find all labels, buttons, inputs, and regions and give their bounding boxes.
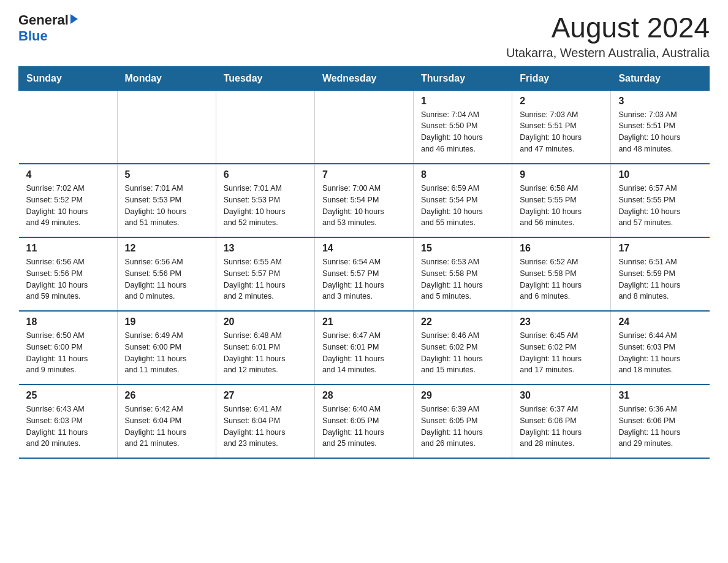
day-info: Sunrise: 7:00 AM Sunset: 5:54 PM Dayligh… [322, 183, 406, 229]
day-number: 6 [224, 169, 307, 180]
day-number: 30 [520, 390, 603, 401]
day-number: 22 [421, 316, 504, 327]
day-number: 15 [421, 243, 504, 254]
day-info: Sunrise: 6:40 AM Sunset: 6:05 PM Dayligh… [322, 404, 406, 450]
calendar-day-cell [314, 90, 413, 164]
day-number: 31 [618, 390, 702, 401]
day-info: Sunrise: 6:50 AM Sunset: 6:00 PM Dayligh… [26, 330, 110, 376]
day-info: Sunrise: 6:56 AM Sunset: 5:56 PM Dayligh… [26, 256, 110, 302]
day-info: Sunrise: 6:51 AM Sunset: 5:59 PM Dayligh… [618, 256, 702, 302]
calendar-day-cell: 18Sunrise: 6:50 AM Sunset: 6:00 PM Dayli… [19, 311, 118, 385]
calendar-day-cell: 1Sunrise: 7:04 AM Sunset: 5:50 PM Daylig… [414, 90, 512, 164]
day-info: Sunrise: 6:48 AM Sunset: 6:01 PM Dayligh… [224, 330, 307, 376]
day-number: 16 [520, 243, 603, 254]
calendar-day-cell: 16Sunrise: 6:52 AM Sunset: 5:58 PM Dayli… [512, 237, 611, 311]
calendar-week-row: 18Sunrise: 6:50 AM Sunset: 6:00 PM Dayli… [19, 311, 710, 385]
logo-blue-text: Blue [18, 28, 78, 44]
day-info: Sunrise: 6:44 AM Sunset: 6:03 PM Dayligh… [618, 330, 702, 376]
calendar-week-row: 11Sunrise: 6:56 AM Sunset: 5:56 PM Dayli… [19, 237, 710, 311]
day-number: 7 [322, 169, 406, 180]
calendar-day-cell: 12Sunrise: 6:56 AM Sunset: 5:56 PM Dayli… [117, 237, 216, 311]
day-info: Sunrise: 7:01 AM Sunset: 5:53 PM Dayligh… [125, 183, 208, 229]
page-title: August 2024 [506, 12, 710, 44]
day-number: 3 [618, 96, 702, 107]
calendar-day-header: Tuesday [216, 66, 314, 90]
day-number: 28 [322, 390, 406, 401]
day-number: 2 [520, 96, 603, 107]
calendar-day-cell: 26Sunrise: 6:42 AM Sunset: 6:04 PM Dayli… [117, 385, 216, 458]
day-info: Sunrise: 6:41 AM Sunset: 6:04 PM Dayligh… [224, 404, 307, 450]
day-number: 13 [224, 243, 307, 254]
day-number: 8 [421, 169, 504, 180]
calendar-day-cell: 3Sunrise: 7:03 AM Sunset: 5:51 PM Daylig… [611, 90, 710, 164]
calendar-week-row: 1Sunrise: 7:04 AM Sunset: 5:50 PM Daylig… [19, 90, 710, 164]
logo: General Blue [18, 12, 78, 44]
day-info: Sunrise: 6:49 AM Sunset: 6:00 PM Dayligh… [125, 330, 208, 376]
day-number: 27 [224, 390, 307, 401]
day-info: Sunrise: 7:04 AM Sunset: 5:50 PM Dayligh… [421, 109, 504, 155]
day-info: Sunrise: 6:45 AM Sunset: 6:02 PM Dayligh… [520, 330, 603, 376]
day-number: 10 [618, 169, 702, 180]
calendar-day-cell: 22Sunrise: 6:46 AM Sunset: 6:02 PM Dayli… [414, 311, 512, 385]
calendar-day-cell [117, 90, 216, 164]
calendar-day-cell: 19Sunrise: 6:49 AM Sunset: 6:00 PM Dayli… [117, 311, 216, 385]
day-info: Sunrise: 6:52 AM Sunset: 5:58 PM Dayligh… [520, 256, 603, 302]
day-number: 29 [421, 390, 504, 401]
day-number: 20 [224, 316, 307, 327]
logo-chevron-icon [70, 14, 78, 24]
calendar-day-cell: 28Sunrise: 6:40 AM Sunset: 6:05 PM Dayli… [314, 385, 413, 458]
calendar-week-row: 4Sunrise: 7:02 AM Sunset: 5:52 PM Daylig… [19, 164, 710, 237]
calendar-day-cell: 9Sunrise: 6:58 AM Sunset: 5:55 PM Daylig… [512, 164, 611, 237]
calendar-day-cell: 25Sunrise: 6:43 AM Sunset: 6:03 PM Dayli… [19, 385, 118, 458]
calendar-day-cell: 14Sunrise: 6:54 AM Sunset: 5:57 PM Dayli… [314, 237, 413, 311]
day-number: 12 [125, 243, 208, 254]
calendar-day-header: Friday [512, 66, 611, 90]
calendar-day-cell: 4Sunrise: 7:02 AM Sunset: 5:52 PM Daylig… [19, 164, 118, 237]
day-info: Sunrise: 7:03 AM Sunset: 5:51 PM Dayligh… [618, 109, 702, 155]
calendar-day-cell: 17Sunrise: 6:51 AM Sunset: 5:59 PM Dayli… [611, 237, 710, 311]
day-info: Sunrise: 6:54 AM Sunset: 5:57 PM Dayligh… [322, 256, 406, 302]
calendar-day-header: Monday [117, 66, 216, 90]
day-number: 19 [125, 316, 208, 327]
day-info: Sunrise: 6:57 AM Sunset: 5:55 PM Dayligh… [618, 183, 702, 229]
day-number: 5 [125, 169, 208, 180]
calendar-day-cell: 13Sunrise: 6:55 AM Sunset: 5:57 PM Dayli… [216, 237, 314, 311]
day-info: Sunrise: 6:42 AM Sunset: 6:04 PM Dayligh… [125, 404, 208, 450]
calendar-day-header: Thursday [414, 66, 512, 90]
calendar-day-cell: 29Sunrise: 6:39 AM Sunset: 6:05 PM Dayli… [414, 385, 512, 458]
day-info: Sunrise: 7:03 AM Sunset: 5:51 PM Dayligh… [520, 109, 603, 155]
day-info: Sunrise: 6:36 AM Sunset: 6:06 PM Dayligh… [618, 404, 702, 450]
day-info: Sunrise: 6:39 AM Sunset: 6:05 PM Dayligh… [421, 404, 504, 450]
day-number: 23 [520, 316, 603, 327]
calendar-day-cell: 5Sunrise: 7:01 AM Sunset: 5:53 PM Daylig… [117, 164, 216, 237]
calendar-day-cell: 24Sunrise: 6:44 AM Sunset: 6:03 PM Dayli… [611, 311, 710, 385]
day-info: Sunrise: 7:01 AM Sunset: 5:53 PM Dayligh… [224, 183, 307, 229]
page-header: General Blue August 2024 Utakarra, Weste… [18, 12, 710, 60]
calendar-week-row: 25Sunrise: 6:43 AM Sunset: 6:03 PM Dayli… [19, 385, 710, 458]
calendar-header-row: SundayMondayTuesdayWednesdayThursdayFrid… [19, 66, 710, 90]
calendar-day-cell: 27Sunrise: 6:41 AM Sunset: 6:04 PM Dayli… [216, 385, 314, 458]
day-number: 26 [125, 390, 208, 401]
day-info: Sunrise: 6:47 AM Sunset: 6:01 PM Dayligh… [322, 330, 406, 376]
day-number: 21 [322, 316, 406, 327]
day-info: Sunrise: 6:43 AM Sunset: 6:03 PM Dayligh… [26, 404, 110, 450]
calendar-day-cell: 10Sunrise: 6:57 AM Sunset: 5:55 PM Dayli… [611, 164, 710, 237]
page-subtitle: Utakarra, Western Australia, Australia [506, 46, 710, 60]
day-number: 9 [520, 169, 603, 180]
day-info: Sunrise: 6:37 AM Sunset: 6:06 PM Dayligh… [520, 404, 603, 450]
calendar-day-cell: 15Sunrise: 6:53 AM Sunset: 5:58 PM Dayli… [414, 237, 512, 311]
day-info: Sunrise: 6:53 AM Sunset: 5:58 PM Dayligh… [421, 256, 504, 302]
day-number: 14 [322, 243, 406, 254]
calendar-day-cell: 11Sunrise: 6:56 AM Sunset: 5:56 PM Dayli… [19, 237, 118, 311]
day-number: 18 [26, 316, 110, 327]
day-info: Sunrise: 7:02 AM Sunset: 5:52 PM Dayligh… [26, 183, 110, 229]
calendar-day-cell: 30Sunrise: 6:37 AM Sunset: 6:06 PM Dayli… [512, 385, 611, 458]
day-info: Sunrise: 6:59 AM Sunset: 5:54 PM Dayligh… [421, 183, 504, 229]
title-section: August 2024 Utakarra, Western Australia,… [506, 12, 710, 60]
calendar-day-cell: 31Sunrise: 6:36 AM Sunset: 6:06 PM Dayli… [611, 385, 710, 458]
calendar-day-cell [216, 90, 314, 164]
day-number: 1 [421, 96, 504, 107]
calendar-day-cell: 6Sunrise: 7:01 AM Sunset: 5:53 PM Daylig… [216, 164, 314, 237]
day-info: Sunrise: 6:58 AM Sunset: 5:55 PM Dayligh… [520, 183, 603, 229]
calendar-day-header: Saturday [611, 66, 710, 90]
